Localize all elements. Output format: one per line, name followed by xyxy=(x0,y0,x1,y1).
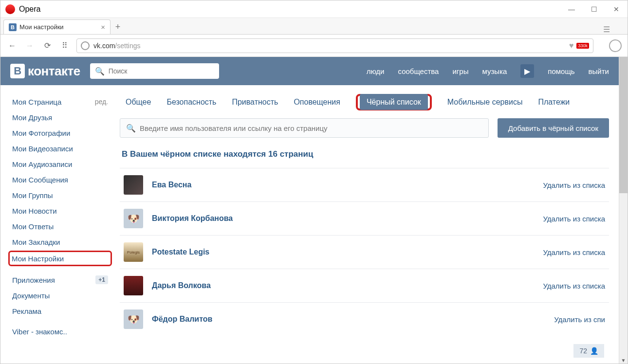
speeddial-button[interactable]: ⠿ xyxy=(59,40,71,52)
vk-search[interactable]: 🔍 xyxy=(90,63,219,79)
sidebar-item-label: Мои Закладки xyxy=(12,238,60,246)
tab-privacy[interactable]: Приватность xyxy=(232,98,278,107)
search-icon: 🔍 xyxy=(95,67,105,76)
sidebar-item[interactable]: Мои Новости xyxy=(10,203,110,218)
blacklist-row: Ева ВеснаУдалить из списка xyxy=(120,168,609,201)
browser-tab[interactable]: В Мои настройки × xyxy=(3,19,111,34)
blacklist-row: 🐶Фёдор ВалитовУдалить из спи xyxy=(120,302,609,336)
sidebar-item[interactable]: Реклама xyxy=(10,303,110,319)
remove-from-blacklist-link[interactable]: Удалить из спи xyxy=(554,315,605,324)
sidebar-item[interactable]: Мои Видеозаписи xyxy=(10,141,110,156)
window-titlebar: Opera — ☐ ✕ xyxy=(0,0,628,18)
scrollbar[interactable]: ▼ xyxy=(619,57,628,364)
avatar[interactable] xyxy=(124,276,143,295)
window-controls: — ☐ ✕ xyxy=(560,0,628,18)
notification-badge[interactable]: 72 👤 xyxy=(573,344,604,358)
sidebar-item-label: Мои Друзья xyxy=(12,113,52,122)
sidebar-item[interactable]: Мои Фотографии xyxy=(10,125,110,141)
nav-music[interactable]: музыка xyxy=(482,67,507,75)
nav-groups[interactable]: сообщества xyxy=(398,67,439,75)
sidebar-item[interactable]: Моя Страницаред. xyxy=(10,94,110,109)
avatar[interactable] xyxy=(124,175,143,195)
nav-help[interactable]: помощь xyxy=(548,67,574,75)
viewport: В контакте 🔍 люди сообщества игры музыка… xyxy=(0,57,628,364)
tab-blacklist[interactable]: Чёрный список xyxy=(360,94,428,110)
globe-icon xyxy=(81,41,90,50)
remove-from-blacklist-link[interactable]: Удалить из списка xyxy=(543,181,605,189)
avatar[interactable]: Polegis xyxy=(124,242,143,262)
maximize-button[interactable]: ☐ xyxy=(583,0,605,18)
blacklist-filter[interactable]: 🔍 xyxy=(120,118,489,138)
nav-logout[interactable]: выйти xyxy=(589,67,609,75)
blacklist-name[interactable]: Виктория Корбанова xyxy=(152,214,233,223)
url-path: /settings xyxy=(115,42,140,50)
forward-button[interactable]: → xyxy=(24,40,36,52)
search-input[interactable] xyxy=(109,67,214,75)
bookmark-heart-icon[interactable]: ♥ xyxy=(569,41,574,50)
remove-from-blacklist-link[interactable]: Удалить из списка xyxy=(543,282,605,290)
sidebar-item[interactable]: Мои Настройки xyxy=(8,251,112,266)
nav-people[interactable]: люди xyxy=(367,67,385,75)
vk-logo[interactable]: В контакте xyxy=(10,64,80,79)
tab-blacklist-highlight: Чёрный список xyxy=(356,94,432,110)
blacklist-filter-input[interactable] xyxy=(140,124,482,132)
scroll-down-arrow[interactable]: ▼ xyxy=(619,356,628,364)
tab-payments[interactable]: Платежи xyxy=(538,98,570,107)
sidebar-item[interactable]: Мои Друзья xyxy=(10,109,110,125)
sidebar-item-label: Моя Страница xyxy=(12,98,61,106)
blacklist-row: 🐶Виктория КорбановаУдалить из списка xyxy=(120,201,609,235)
sidebar-badge: +1 xyxy=(95,275,108,284)
minimize-button[interactable]: — xyxy=(560,0,583,18)
sidebar-item[interactable]: Мои Аудиозаписи xyxy=(10,156,110,172)
settings-tabs: Общее Безопасность Приватность Оповещени… xyxy=(120,90,609,118)
sidebar-item-label: Мои Новости xyxy=(12,207,57,215)
url-input[interactable]: vk.com/settings ♥ 330k xyxy=(76,38,593,53)
sidebar-item[interactable]: Мои Закладки xyxy=(10,234,110,250)
close-window-button[interactable]: ✕ xyxy=(605,0,628,18)
sidebar-item-label: Мои Ответы xyxy=(12,222,54,231)
extension-badge[interactable]: 330k xyxy=(576,43,589,49)
remove-from-blacklist-link[interactable]: Удалить из списка xyxy=(543,215,605,223)
blacklist-name[interactable]: Potestate Legis xyxy=(152,248,209,256)
user-icon: 👤 xyxy=(590,347,598,355)
sidebar-item[interactable]: Мои Сообщения xyxy=(10,172,110,187)
blacklist-items: Ева ВеснаУдалить из списка🐶Виктория Корб… xyxy=(120,168,609,336)
tab-notifications[interactable]: Оповещения xyxy=(294,98,340,107)
address-bar: ← → ⟳ ⠿ vk.com/settings ♥ 330k xyxy=(0,35,628,57)
reload-button[interactable]: ⟳ xyxy=(41,40,53,52)
blacklist-add-row: 🔍 Добавить в чёрный список xyxy=(120,118,609,138)
avatar[interactable]: 🐶 xyxy=(124,209,143,228)
add-to-blacklist-button[interactable]: Добавить в чёрный список xyxy=(498,118,609,138)
sidebar-item[interactable]: Мои Группы xyxy=(10,187,110,203)
back-button[interactable]: ← xyxy=(6,40,18,52)
tab-menu-icon[interactable]: ☰ xyxy=(603,25,610,34)
sidebar-item[interactable]: Документы xyxy=(10,288,110,303)
remove-from-blacklist-link[interactable]: Удалить из списка xyxy=(543,248,605,256)
vk-sidebar: Моя Страницаред.Мои ДрузьяМои Фотографии… xyxy=(10,90,110,339)
tab-security[interactable]: Безопасность xyxy=(166,98,216,107)
tab-close-button[interactable]: × xyxy=(101,23,105,31)
sidebar-item[interactable]: Viber - знакомс.. xyxy=(10,324,110,339)
nav-games[interactable]: игры xyxy=(452,67,468,75)
sidebar-item-label: Мои Группы xyxy=(12,191,53,200)
sidebar-item[interactable]: Мои Ответы xyxy=(10,218,110,234)
blacklist-name[interactable]: Фёдор Валитов xyxy=(152,315,212,324)
sidebar-item-label: Viber - знакомс.. xyxy=(12,328,67,336)
vk-favicon-icon: В xyxy=(9,23,17,31)
sidebar-edit-link[interactable]: ред. xyxy=(95,98,108,106)
tab-general[interactable]: Общее xyxy=(126,98,151,107)
scroll-thumb[interactable] xyxy=(619,57,628,193)
blacklist-row: Дарья ВолковаУдалить из списка xyxy=(120,269,609,302)
sidebar-item-label: Мои Видеозаписи xyxy=(12,145,73,153)
profile-button[interactable] xyxy=(609,39,622,52)
blacklist-name[interactable]: Ева Весна xyxy=(152,181,191,189)
vk-logo-text: контакте xyxy=(28,64,80,79)
vk-header: В контакте 🔍 люди сообщества игры музыка… xyxy=(0,57,619,85)
blacklist-title: В Вашем чёрном списке находятся 16 стран… xyxy=(120,149,609,159)
blacklist-name[interactable]: Дарья Волкова xyxy=(152,281,211,290)
nav-play-button[interactable]: ▶ xyxy=(520,64,534,78)
tab-mobile[interactable]: Мобильные сервисы xyxy=(447,98,523,107)
avatar[interactable]: 🐶 xyxy=(124,309,143,329)
new-tab-button[interactable]: + xyxy=(111,19,125,34)
sidebar-item[interactable]: Приложения+1 xyxy=(10,272,110,288)
